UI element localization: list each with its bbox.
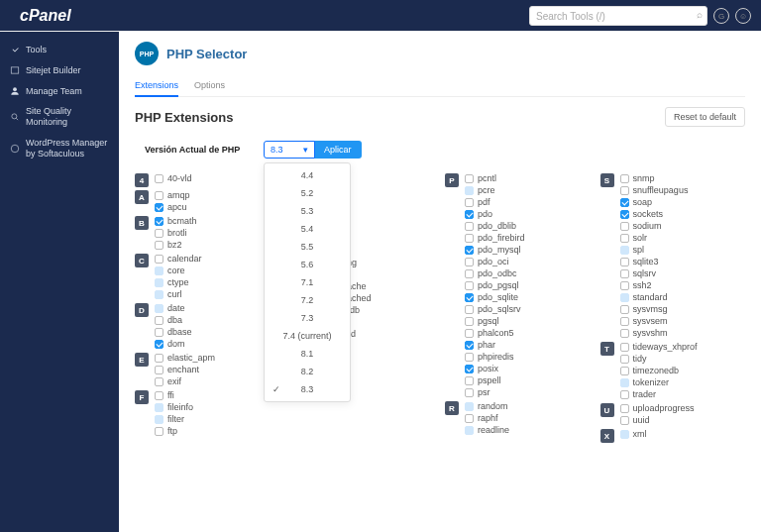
extension-checkbox[interactable] xyxy=(465,174,474,183)
extension-checkbox[interactable] xyxy=(155,278,163,287)
extension-checkbox[interactable] xyxy=(465,426,474,435)
extension-checkbox[interactable] xyxy=(620,416,629,425)
sidebar-item-wordpress[interactable]: WordPress Manager by Softaculous xyxy=(0,133,119,164)
extension-checkbox[interactable] xyxy=(620,198,629,207)
extension-checkbox[interactable] xyxy=(465,293,474,302)
letter-badge: E xyxy=(135,353,149,367)
extension-checkbox[interactable] xyxy=(155,366,163,374)
sidebar-item-team[interactable]: Manage Team xyxy=(0,81,119,102)
letter-badge: A xyxy=(135,190,149,204)
version-option[interactable]: 5.2 xyxy=(265,184,350,202)
extension-label: tidy xyxy=(633,354,647,364)
extension-checkbox[interactable] xyxy=(155,255,163,264)
extension-checkbox[interactable] xyxy=(155,229,163,238)
extension-checkbox[interactable] xyxy=(155,174,163,183)
extension-checkbox[interactable] xyxy=(620,222,629,231)
reset-button[interactable]: Reset to default xyxy=(665,107,745,127)
extension-checkbox[interactable] xyxy=(465,365,474,373)
extension-label: sqlite3 xyxy=(633,257,659,266)
extension-checkbox[interactable] xyxy=(620,246,629,255)
extension-checkbox[interactable] xyxy=(155,203,163,212)
extension-checkbox[interactable] xyxy=(620,317,629,326)
version-option[interactable]: 7.4 (current) xyxy=(265,327,350,345)
sidebar-item-quality[interactable]: Site Quality Monitoring xyxy=(0,101,119,133)
extension-checkbox[interactable] xyxy=(465,222,474,231)
version-option[interactable]: 5.5 xyxy=(265,238,350,256)
sidebar-item-sitejet[interactable]: Sitejet Builder xyxy=(0,60,119,81)
extension-checkbox[interactable] xyxy=(155,217,163,226)
extension-checkbox[interactable] xyxy=(465,305,474,314)
extension-checkbox[interactable] xyxy=(465,402,474,411)
extension-checkbox[interactable] xyxy=(620,210,629,219)
extension-checkbox[interactable] xyxy=(620,430,629,439)
version-option[interactable]: 5.3 xyxy=(265,202,350,220)
extension-checkbox[interactable] xyxy=(465,376,474,385)
extension-checkbox[interactable] xyxy=(620,329,629,338)
version-option[interactable]: 5.4 xyxy=(265,220,350,238)
extension-checkbox[interactable] xyxy=(155,191,163,200)
extension-checkbox[interactable] xyxy=(620,378,629,387)
extension-checkbox[interactable] xyxy=(465,198,474,207)
extension-checkbox[interactable] xyxy=(620,234,629,243)
tab-options[interactable]: Options xyxy=(194,75,225,96)
extension-checkbox[interactable] xyxy=(620,258,629,266)
extension-checkbox[interactable] xyxy=(155,290,163,299)
extension-checkbox[interactable] xyxy=(155,377,163,386)
extension-checkbox[interactable] xyxy=(620,343,629,352)
extension-checkbox[interactable] xyxy=(155,340,163,349)
extension-checkbox[interactable] xyxy=(465,341,474,350)
search-input[interactable] xyxy=(529,6,707,26)
extension-checkbox[interactable] xyxy=(620,404,629,413)
version-option[interactable]: 4.4 xyxy=(265,166,350,184)
extension-checkbox[interactable] xyxy=(155,316,163,325)
extension-checkbox[interactable] xyxy=(465,246,474,255)
extension-label: date xyxy=(167,303,185,313)
extension-label: bz2 xyxy=(167,240,182,250)
extension-item: snuffleupagus xyxy=(620,184,689,196)
extension-checkbox[interactable] xyxy=(155,403,163,412)
extension-checkbox[interactable] xyxy=(465,414,474,423)
extension-checkbox[interactable] xyxy=(155,328,163,337)
extension-checkbox[interactable] xyxy=(465,210,474,219)
extension-checkbox[interactable] xyxy=(620,269,629,278)
extension-checkbox[interactable] xyxy=(620,293,629,302)
extension-label: ctype xyxy=(167,277,189,287)
extension-checkbox[interactable] xyxy=(620,186,629,195)
extension-checkbox[interactable] xyxy=(155,304,163,313)
extension-checkbox[interactable] xyxy=(155,427,163,436)
version-select[interactable]: 8.3▾ xyxy=(264,141,315,159)
version-option[interactable]: 8.2 xyxy=(265,363,350,380)
extension-checkbox[interactable] xyxy=(155,266,163,275)
extension-checkbox[interactable] xyxy=(620,281,629,290)
extension-checkbox[interactable] xyxy=(155,391,163,400)
extension-checkbox[interactable] xyxy=(465,186,474,195)
extension-checkbox[interactable] xyxy=(620,305,629,314)
extension-checkbox[interactable] xyxy=(620,174,629,183)
version-option[interactable]: 5.6 xyxy=(265,256,350,273)
extension-checkbox[interactable] xyxy=(465,269,474,278)
extension-checkbox[interactable] xyxy=(465,317,474,326)
extension-checkbox[interactable] xyxy=(465,353,474,362)
extension-checkbox[interactable] xyxy=(620,367,629,375)
extension-checkbox[interactable] xyxy=(620,355,629,364)
extension-checkbox[interactable] xyxy=(155,241,163,250)
extension-checkbox[interactable] xyxy=(465,329,474,338)
sidebar-item-tools[interactable]: Tools xyxy=(0,40,119,60)
version-option[interactable]: 7.3 xyxy=(265,309,350,327)
extension-checkbox[interactable] xyxy=(620,390,629,399)
version-option[interactable]: 7.1 xyxy=(265,273,350,291)
version-option[interactable]: 8.1 xyxy=(265,345,350,363)
apply-button[interactable]: Aplicar xyxy=(314,141,362,159)
extension-checkbox[interactable] xyxy=(465,281,474,290)
extension-checkbox[interactable] xyxy=(465,258,474,266)
version-option[interactable]: 7.2 xyxy=(265,291,350,309)
extension-label: 40-vld xyxy=(167,173,192,183)
extension-checkbox[interactable] xyxy=(155,354,163,363)
version-option[interactable]: 8.3 xyxy=(265,380,350,398)
extension-checkbox[interactable] xyxy=(465,234,474,243)
tab-extensions[interactable]: Extensions xyxy=(135,75,178,97)
user-icon[interactable]: ☺ xyxy=(735,8,751,24)
extension-checkbox[interactable] xyxy=(155,415,163,424)
notify-icon[interactable]: G xyxy=(713,8,729,24)
extension-checkbox[interactable] xyxy=(465,388,474,397)
